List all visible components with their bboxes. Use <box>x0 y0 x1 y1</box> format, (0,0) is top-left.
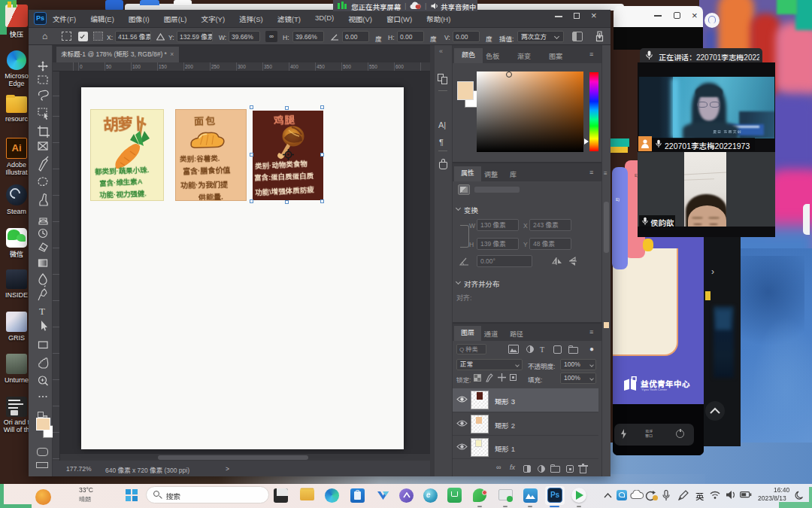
svg-text:T: T <box>39 306 45 317</box>
